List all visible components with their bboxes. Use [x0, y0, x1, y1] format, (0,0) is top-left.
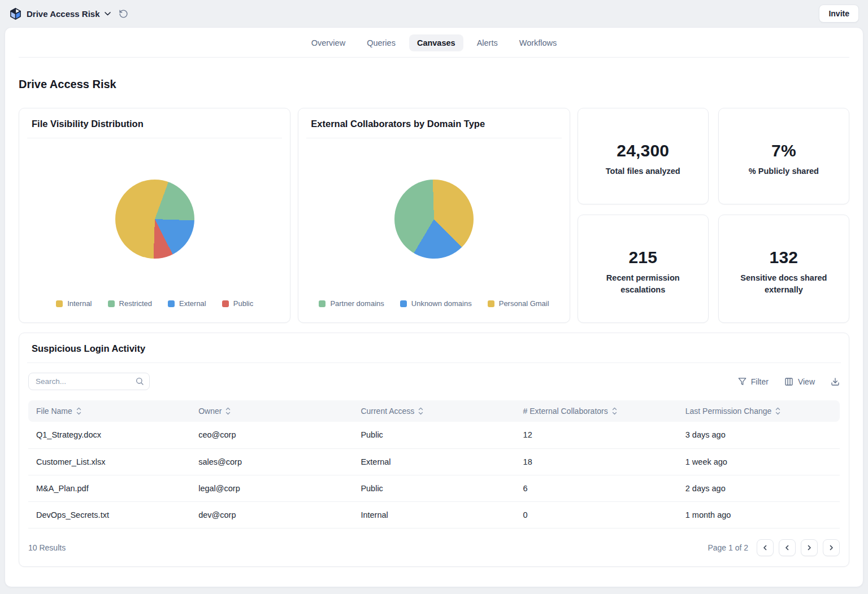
table-cell: ceo@corp — [190, 422, 353, 448]
refresh-icon — [119, 9, 128, 19]
legend-swatch — [319, 300, 326, 307]
table-toolbar: Filter View — [19, 363, 849, 398]
table-cell: 6 — [515, 475, 678, 501]
table-title: Suspicious Login Activity — [19, 333, 849, 362]
stat-value: 24,300 — [617, 141, 669, 160]
column-header[interactable]: Last Permission Change — [678, 400, 840, 422]
legend-swatch — [488, 300, 494, 307]
search-input[interactable] — [28, 373, 150, 390]
table-cell: Public — [353, 475, 515, 501]
tabs-divider — [19, 57, 849, 58]
sort-icon[interactable] — [225, 407, 231, 415]
legend-label: Unknown domains — [411, 299, 472, 308]
column-header[interactable]: File Name — [28, 400, 190, 422]
pagination-next-button[interactable] — [801, 539, 818, 556]
table-cell: Internal — [353, 501, 515, 528]
table-row[interactable]: Q1_Strategy.docxceo@corpPublic123 days a… — [28, 422, 840, 448]
pagination-prev-button[interactable] — [779, 539, 796, 556]
column-header[interactable]: Current Access — [353, 400, 515, 422]
search-box — [28, 373, 150, 390]
legend-item: Personal Gmail — [488, 299, 549, 308]
table-cell: 1 month ago — [678, 501, 840, 528]
cards-row: File Visibility Distribution InternalRes… — [19, 108, 849, 323]
legend-swatch — [108, 300, 115, 307]
legend-swatch — [56, 300, 63, 307]
table-card-suspicious-login-activity: Suspicious Login Activity — [19, 333, 849, 567]
pie-chart-file-visibility[interactable] — [115, 180, 194, 259]
tab-queries[interactable]: Queries — [359, 34, 403, 51]
sort-icon[interactable] — [76, 407, 81, 415]
legend-swatch — [400, 300, 407, 307]
stat-card: 7%% Publicly shared — [718, 108, 849, 204]
stat-card: 24,300Total files analyzed — [578, 108, 709, 204]
page-title: Drive Access Risk — [19, 78, 849, 91]
legend-swatch — [222, 300, 229, 307]
chevron-down-icon — [105, 12, 111, 16]
legend-label: Restricted — [119, 299, 153, 308]
filter-button[interactable]: Filter — [738, 377, 769, 386]
page-indicator: Page 1 of 2 — [708, 543, 748, 552]
chart-legend: Partner domainsUnknown domainsPersonal G… — [298, 299, 569, 322]
legend-item: Restricted — [108, 299, 153, 308]
tab-workflows[interactable]: Workflows — [511, 34, 565, 51]
legend-label: Public — [233, 299, 253, 308]
pagination-first-button[interactable] — [757, 539, 774, 556]
stat-label: % Publicly shared — [749, 165, 819, 177]
sort-icon[interactable] — [418, 407, 423, 415]
table-cell: M&A_Plan.pdf — [28, 475, 190, 501]
stat-card: 215Recent permission escalations — [578, 215, 709, 323]
chart-title: External Collaborators by Domain Type — [298, 108, 569, 138]
stat-value: 215 — [628, 248, 657, 267]
stat-card: 132Sensitive docs shared externally — [718, 215, 849, 323]
tab-overview[interactable]: Overview — [303, 34, 353, 51]
table-cell: 2 days ago — [678, 475, 840, 501]
table-cell: Public — [353, 422, 515, 448]
workspace-switcher[interactable]: Drive Access Risk — [9, 7, 111, 20]
stat-value: 7% — [771, 141, 796, 160]
pagination-last-button[interactable] — [823, 539, 840, 556]
table-row[interactable]: Customer_List.xlsxsales@corpExternal181 … — [28, 448, 840, 475]
legend-item: Unknown domains — [400, 299, 472, 308]
table-cell: Q1_Strategy.docx — [28, 422, 190, 448]
column-header[interactable]: # External Collaborators — [515, 400, 678, 422]
table-cell: legal@corp — [190, 475, 353, 501]
view-button[interactable]: View — [784, 377, 815, 386]
table-row[interactable]: DevOps_Secrets.txtdev@corpInternal01 mon… — [28, 501, 840, 528]
chart-card-file-visibility: File Visibility Distribution InternalRes… — [19, 108, 290, 323]
app-logo-cube-icon — [9, 7, 22, 20]
stat-label: Sensitive docs shared externally — [730, 272, 837, 296]
table-cell: sales@corp — [190, 448, 353, 475]
results-count: 10 Results — [28, 543, 66, 552]
search-icon — [135, 377, 144, 388]
tab-canvases[interactable]: Canvases — [409, 34, 463, 51]
download-icon — [831, 377, 840, 386]
column-header-label: Current Access — [361, 407, 414, 416]
legend-item: Public — [222, 299, 253, 308]
column-header[interactable]: Owner — [190, 400, 353, 422]
main-panel: OverviewQueriesCanvasesAlertsWorkflows D… — [5, 27, 863, 587]
invite-button[interactable]: Invite — [819, 5, 859, 23]
topbar: Drive Access Risk Invite — [0, 0, 868, 27]
pie-chart-external-collaborators[interactable] — [394, 180, 474, 259]
column-header-label: Owner — [198, 407, 222, 416]
refresh-button[interactable] — [116, 7, 131, 21]
filter-label: Filter — [751, 377, 769, 386]
table-row[interactable]: M&A_Plan.pdflegal@corpPublic62 days ago — [28, 475, 840, 501]
table-cell: 0 — [515, 501, 678, 528]
stat-value: 132 — [770, 248, 798, 267]
pagination: Page 1 of 2 — [708, 539, 840, 556]
tab-alerts[interactable]: Alerts — [469, 34, 506, 51]
table-cell: dev@corp — [190, 501, 353, 528]
table-footer: 10 Results Page 1 of 2 — [19, 529, 849, 566]
columns-icon — [784, 377, 793, 386]
table-cell: Customer_List.xlsx — [28, 448, 190, 475]
legend-item: Partner domains — [319, 299, 384, 308]
legend-item: Internal — [56, 299, 92, 308]
stat-label: Total files analyzed — [606, 165, 680, 177]
download-button[interactable] — [831, 377, 840, 386]
table-cell: 18 — [515, 448, 678, 475]
sort-icon[interactable] — [775, 407, 780, 415]
column-header-label: File Name — [36, 407, 72, 416]
sort-icon[interactable] — [612, 407, 617, 415]
data-table: File NameOwnerCurrent Access# External C… — [28, 400, 840, 529]
